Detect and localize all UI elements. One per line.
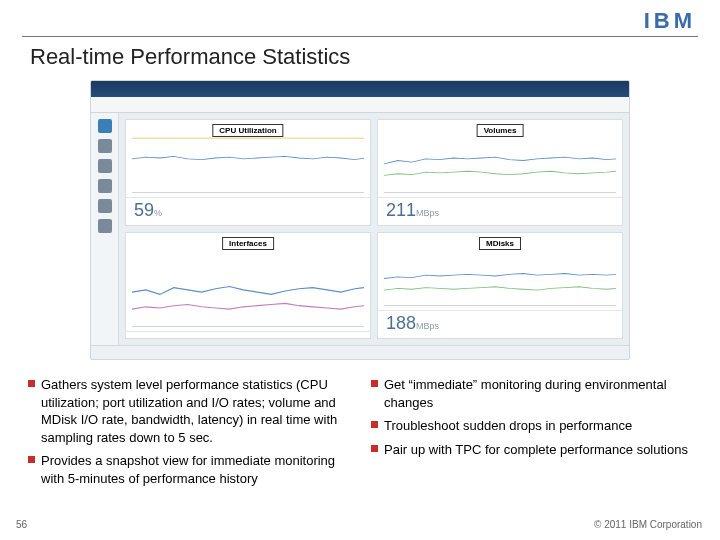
panel-label-interfaces: Interfaces (222, 237, 274, 250)
panel-interfaces: Interfaces (125, 232, 371, 339)
metric-interfaces (126, 331, 370, 338)
bullet-text: Get “immediate” monitoring during enviro… (384, 376, 696, 411)
panel-label-cpu: CPU Utilization (212, 124, 283, 137)
bullet-icon (371, 380, 378, 387)
bullet-item: Pair up with TPC for complete performanc… (371, 441, 696, 459)
sidebar-icon[interactable] (98, 139, 112, 153)
copyright: © 2011 IBM Corporation (594, 519, 702, 530)
window-statusbar (91, 345, 629, 359)
bullet-text: Pair up with TPC for complete performanc… (384, 441, 688, 459)
sidebar (91, 113, 119, 345)
bullet-item: Get “immediate” monitoring during enviro… (371, 376, 696, 411)
metric-cpu: 59% (126, 197, 370, 225)
metric-mdisks: 188MBps (378, 310, 622, 338)
sidebar-icon[interactable] (98, 159, 112, 173)
chart-interfaces (132, 247, 364, 327)
page-number: 56 (16, 519, 27, 530)
bullet-item: Provides a snapshot view for immediate m… (28, 452, 353, 487)
ibm-logo: IBM (644, 8, 696, 34)
metric-mdisks-unit: MBps (416, 321, 439, 331)
bullet-item: Gathers system level performance statist… (28, 376, 353, 446)
bullet-icon (28, 456, 35, 463)
bullet-text: Troubleshoot sudden drops in performance (384, 417, 632, 435)
panel-mdisks: MDisks 188MBps (377, 232, 623, 339)
metric-cpu-value: 59 (134, 200, 154, 220)
bullet-text: Gathers system level performance statist… (41, 376, 353, 446)
window-toolbar (91, 97, 629, 113)
panel-label-mdisks: MDisks (479, 237, 521, 250)
sidebar-icon[interactable] (98, 179, 112, 193)
metric-mdisks-value: 188 (386, 313, 416, 333)
chart-grid: CPU Utilization 59% Volumes (119, 113, 629, 345)
sidebar-icon[interactable] (98, 219, 112, 233)
panel-label-volumes: Volumes (477, 124, 524, 137)
bullet-col-left: Gathers system level performance statist… (28, 376, 353, 493)
page-title: Real-time Performance Statistics (30, 44, 350, 70)
bullet-item: Troubleshoot sudden drops in performance (371, 417, 696, 435)
metric-cpu-unit: % (154, 208, 162, 218)
bullet-icon (371, 445, 378, 452)
metric-volumes-unit: MBps (416, 208, 439, 218)
panel-volumes: Volumes 211MBps (377, 119, 623, 226)
bullet-columns: Gathers system level performance statist… (28, 376, 696, 493)
bullet-icon (371, 421, 378, 428)
chart-cpu (132, 134, 364, 193)
header-divider (22, 36, 698, 37)
bullet-text: Provides a snapshot view for immediate m… (41, 452, 353, 487)
bullet-col-right: Get “immediate” monitoring during enviro… (371, 376, 696, 493)
sidebar-icon[interactable] (98, 199, 112, 213)
window-titlebar (91, 81, 629, 97)
metric-volumes: 211MBps (378, 197, 622, 225)
panel-cpu: CPU Utilization 59% (125, 119, 371, 226)
chart-mdisks (384, 247, 616, 306)
sidebar-icon[interactable] (98, 119, 112, 133)
metric-volumes-value: 211 (386, 200, 416, 220)
chart-volumes (384, 134, 616, 193)
bullet-icon (28, 380, 35, 387)
dashboard-window: CPU Utilization 59% Volumes (90, 80, 630, 360)
